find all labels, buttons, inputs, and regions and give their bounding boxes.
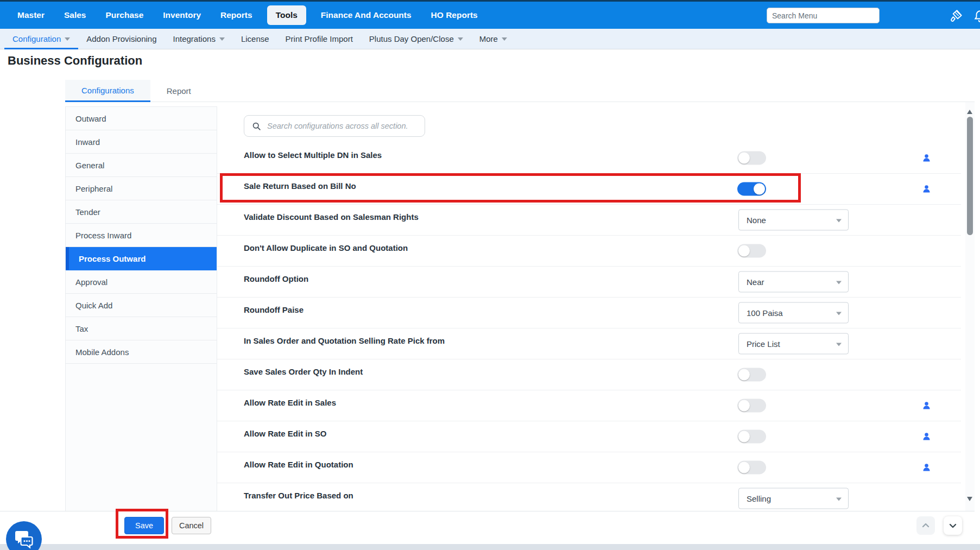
setting-label: Roundoff Option bbox=[244, 274, 308, 283]
scroll-down-arrow-icon[interactable] bbox=[967, 497, 972, 501]
select-value: Selling bbox=[747, 494, 771, 503]
subnav-item-label: Plutus Day Open/Close bbox=[369, 34, 454, 43]
user-permission-icon[interactable] bbox=[922, 401, 931, 410]
toggle-knob bbox=[738, 245, 750, 257]
sidebar-item-quick-add[interactable]: Quick Add bbox=[66, 294, 217, 317]
sidebar-item-inward[interactable]: Inward bbox=[66, 130, 217, 154]
sidebar-item-peripheral[interactable]: Peripheral bbox=[66, 177, 217, 200]
chevron-down-icon bbox=[65, 37, 70, 41]
user-permission-icon[interactable] bbox=[922, 185, 931, 194]
sidebar-item-tax[interactable]: Tax bbox=[66, 317, 217, 340]
notifications-bell-icon[interactable] bbox=[973, 9, 980, 23]
tab-report[interactable]: Report bbox=[150, 80, 207, 102]
setting-row: Allow Rate Edit in Sales bbox=[217, 390, 961, 421]
toggle-knob bbox=[754, 184, 765, 195]
user-permission-icon[interactable] bbox=[922, 432, 931, 441]
sidebar-item-process-outward[interactable]: Process Outward bbox=[66, 247, 217, 270]
topnav-item-tools[interactable]: Tools bbox=[267, 5, 306, 25]
sidebar-item-approval[interactable]: Approval bbox=[66, 270, 217, 294]
sidebar-item-process-inward[interactable]: Process Inward bbox=[66, 224, 217, 247]
subnav-item-print-profile-import[interactable]: Print Profile Import bbox=[277, 29, 361, 49]
chevron-down-icon bbox=[836, 343, 842, 346]
setting-select[interactable]: Near bbox=[738, 271, 849, 293]
setting-toggle[interactable] bbox=[737, 182, 766, 196]
setting-row: Roundoff Paise100 Paisa bbox=[217, 298, 961, 328]
setting-label: Don't Allow Duplicate in SO and Quotatio… bbox=[244, 243, 408, 252]
user-permission-icon[interactable] bbox=[922, 463, 931, 472]
select-value: 100 Paisa bbox=[747, 308, 783, 318]
subnav-item-integrations[interactable]: Integrations bbox=[165, 29, 233, 49]
select-value: Near bbox=[747, 277, 764, 287]
configuration-tabs: ConfigurationsReport bbox=[65, 80, 207, 102]
sidebar-item-general[interactable]: General bbox=[66, 154, 217, 177]
chevron-down-icon bbox=[949, 521, 957, 530]
chevron-down-icon bbox=[836, 312, 842, 315]
setting-label: Roundoff Paise bbox=[244, 305, 304, 314]
search-configurations-input[interactable] bbox=[244, 115, 425, 137]
setting-select[interactable]: Selling bbox=[738, 488, 849, 509]
sidebar-item-mobile-addons[interactable]: Mobile Addons bbox=[66, 340, 217, 364]
page-up-button[interactable] bbox=[916, 516, 935, 535]
setting-label: Sale Return Based on Bill No bbox=[244, 181, 356, 191]
subnav-item-label: Print Profile Import bbox=[286, 34, 353, 43]
top-menu: MasterSalesPurchaseInventoryReportsTools… bbox=[8, 2, 488, 29]
chevron-down-icon bbox=[502, 37, 507, 41]
toggle-knob bbox=[738, 431, 750, 442]
subnav-item-more[interactable]: More bbox=[471, 29, 515, 49]
user-permission-icon[interactable] bbox=[922, 154, 931, 163]
topnav-item-inventory[interactable]: Inventory bbox=[153, 10, 211, 20]
setting-toggle[interactable] bbox=[737, 368, 766, 382]
setting-toggle[interactable] bbox=[737, 244, 766, 258]
setting-toggle[interactable] bbox=[737, 461, 766, 475]
setting-toggle[interactable] bbox=[737, 151, 766, 165]
chat-bubbles-icon bbox=[6, 521, 42, 550]
setting-label: Allow Rate Edit in SO bbox=[244, 429, 327, 438]
theme-brush-icon[interactable] bbox=[949, 9, 963, 23]
tab-configurations[interactable]: Configurations bbox=[65, 80, 150, 102]
page-down-button[interactable] bbox=[944, 516, 962, 535]
toggle-knob bbox=[738, 462, 750, 473]
chevron-down-icon bbox=[458, 37, 463, 41]
subnav-item-license[interactable]: License bbox=[233, 29, 277, 49]
chevron-down-icon bbox=[836, 219, 842, 222]
setting-select[interactable]: Price List bbox=[738, 333, 849, 355]
setting-toggle[interactable] bbox=[737, 430, 766, 444]
topnav-item-purchase[interactable]: Purchase bbox=[96, 10, 153, 20]
setting-row: Allow Rate Edit in Quotation bbox=[217, 452, 961, 483]
vertical-scrollbar[interactable] bbox=[965, 102, 975, 511]
select-value: Price List bbox=[747, 339, 780, 349]
chevron-up-icon bbox=[921, 521, 930, 530]
search-menu-input[interactable] bbox=[767, 8, 880, 23]
cancel-button[interactable]: Cancel bbox=[172, 517, 211, 534]
topnav-item-reports[interactable]: Reports bbox=[211, 10, 262, 20]
topnav-item-ho-reports[interactable]: HO Reports bbox=[421, 10, 488, 20]
top-navigation-bar: MasterSalesPurchaseInventoryReportsTools… bbox=[0, 2, 980, 29]
tools-sub-navigation: ConfigurationAddon ProvisioningIntegrati… bbox=[0, 29, 980, 49]
sidebar-item-outward[interactable]: Outward bbox=[66, 107, 217, 130]
chat-widget-button[interactable] bbox=[6, 521, 42, 550]
setting-row: Roundoff OptionNear bbox=[217, 267, 961, 298]
subnav-item-label: Integrations bbox=[173, 34, 216, 43]
subnav-item-configuration[interactable]: Configuration bbox=[4, 29, 78, 49]
chevron-down-icon bbox=[219, 37, 225, 41]
topnav-item-sales[interactable]: Sales bbox=[54, 10, 96, 20]
topnav-item-master[interactable]: Master bbox=[8, 10, 54, 20]
scroll-up-arrow-icon[interactable] bbox=[967, 110, 972, 114]
subnav-item-plutus-day-open-close[interactable]: Plutus Day Open/Close bbox=[361, 29, 471, 49]
setting-toggle[interactable] bbox=[737, 399, 766, 413]
subnav-item-addon-provisioning[interactable]: Addon Provisioning bbox=[78, 29, 165, 49]
settings-list: Allow to Select Multiple DN in SalesSale… bbox=[217, 143, 961, 514]
scrollbar-thumb[interactable] bbox=[967, 117, 973, 235]
setting-select[interactable]: None bbox=[738, 210, 849, 231]
setting-row: Save Sales Order Qty In Indent bbox=[217, 359, 961, 390]
page-title: Business Configuration bbox=[8, 54, 142, 68]
setting-select[interactable]: 100 Paisa bbox=[738, 302, 849, 324]
setting-row: In Sales Order and Quotation Selling Rat… bbox=[217, 328, 961, 359]
topnav-item-finance-and-accounts[interactable]: Finance And Accounts bbox=[311, 10, 421, 20]
subnav-item-label: Addon Provisioning bbox=[86, 34, 156, 43]
sidebar-item-tender[interactable]: Tender bbox=[66, 200, 217, 224]
configuration-sections-sidebar: OutwardInwardGeneralPeripheralTenderProc… bbox=[65, 106, 217, 511]
toggle-knob bbox=[738, 400, 750, 412]
toggle-knob bbox=[738, 369, 750, 381]
save-button[interactable]: Save bbox=[124, 517, 164, 534]
